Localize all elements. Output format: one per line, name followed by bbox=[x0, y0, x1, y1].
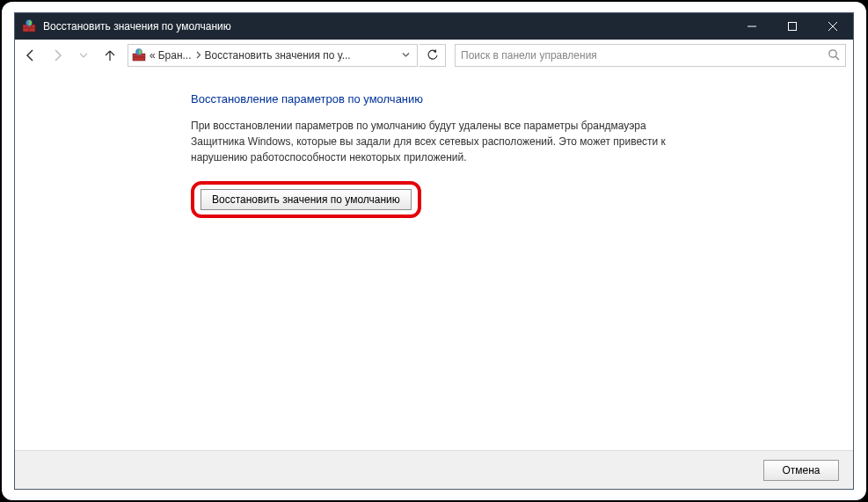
search-input[interactable] bbox=[461, 49, 822, 62]
content-area: Восстановление параметров по умолчанию П… bbox=[15, 71, 853, 450]
annotation-highlight: Восстановить значения по умолчанию bbox=[191, 181, 421, 218]
nav-up-button[interactable] bbox=[98, 43, 122, 68]
breadcrumb-item-1[interactable]: Бран... bbox=[158, 49, 192, 62]
footer-bar: Отмена bbox=[15, 450, 853, 489]
search-icon bbox=[828, 48, 840, 63]
page-heading: Восстановление параметров по умолчанию bbox=[191, 92, 818, 105]
breadcrumb-item-2[interactable]: Восстановить значения по у... bbox=[205, 49, 351, 62]
minimize-button[interactable] bbox=[732, 13, 772, 40]
svg-point-13 bbox=[829, 49, 836, 56]
window: Восстановить значения по умолчанию bbox=[14, 12, 854, 490]
maximize-button[interactable] bbox=[772, 13, 813, 40]
window-controls bbox=[732, 13, 853, 40]
address-dropdown-icon[interactable] bbox=[398, 51, 413, 60]
refresh-button[interactable] bbox=[419, 44, 446, 67]
breadcrumb-prefix: « bbox=[150, 49, 156, 62]
address-bar[interactable]: « Бран... Восстановить значения по у... bbox=[128, 44, 418, 67]
restore-defaults-button[interactable]: Восстановить значения по умолчанию bbox=[201, 189, 412, 210]
nav-row: « Бран... Восстановить значения по у... bbox=[15, 40, 853, 71]
firewall-icon bbox=[132, 48, 146, 62]
cancel-button[interactable]: Отмена bbox=[763, 460, 839, 481]
window-title: Восстановить значения по умолчанию bbox=[43, 20, 732, 33]
chevron-right-icon bbox=[195, 51, 201, 61]
nav-recent-dropdown[interactable] bbox=[71, 43, 96, 68]
svg-line-14 bbox=[835, 56, 839, 60]
nav-forward-button[interactable] bbox=[45, 43, 69, 68]
page-description: При восстановлении параметров по умолчан… bbox=[191, 118, 683, 165]
close-button[interactable] bbox=[813, 13, 853, 40]
svg-rect-7 bbox=[789, 23, 797, 31]
titlebar: Восстановить значения по умолчанию bbox=[15, 13, 853, 40]
nav-back-button[interactable] bbox=[18, 43, 43, 68]
firewall-icon bbox=[22, 19, 36, 33]
search-box[interactable] bbox=[455, 44, 846, 67]
